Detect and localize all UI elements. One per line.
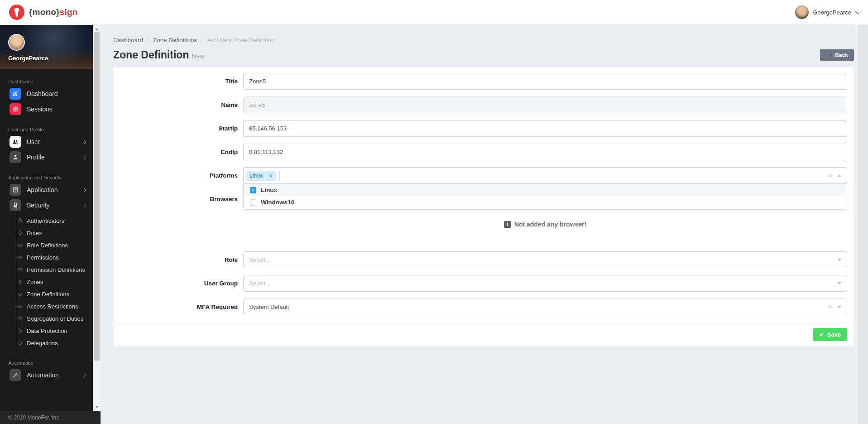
role-label: Role [113,251,243,268]
sidebar: GeorgePearce Dashboard Dashboard Session… [0,25,101,411]
breadcrumb-zone-definitions[interactable]: Zone Definitions [153,37,197,43]
security-lock-icon [10,199,21,211]
scroll-up-arrow-icon[interactable] [93,26,101,32]
topbar: {mono}sign GeorgePearce [0,0,868,25]
chevron-right-icon [82,188,86,192]
platform-tag-label: Linux [246,171,266,181]
breadcrumb-separator-icon [147,37,149,43]
platform-tag-linux: Linux [246,171,276,181]
startip-label: StartIp [113,120,243,137]
mfa-select[interactable]: System Default [243,299,847,315]
user-group-select[interactable]: Select... [243,275,847,292]
form-row-role: Role Select... [113,251,854,268]
caret-down-icon [838,259,841,261]
sidebar-item-label: Automation [27,371,82,379]
card-footer: Save [113,323,854,347]
check-icon [820,331,824,338]
mfa-label: MFA Required [113,299,243,315]
endip-input[interactable] [243,144,847,160]
sidebar-item-security[interactable]: Security [0,198,93,213]
sidebar-item-role-definitions[interactable]: Role Definitions [15,239,93,251]
platforms-option-linux[interactable]: Linux [244,184,847,196]
automation-wand-icon [10,369,21,381]
sidebar-item-profile[interactable]: Profile [0,149,93,165]
page-subtitle: New [192,53,204,60]
endip-label: EndIp [113,144,243,160]
sessions-icon [10,103,21,115]
title-input[interactable] [243,73,847,90]
platforms-option-windows10[interactable]: Windows10 [244,196,847,208]
no-browser-message: Not added any browser! [504,221,586,228]
breadcrumb-separator-icon [201,37,203,43]
save-button[interactable]: Save [813,328,847,341]
back-button-label: Back [835,52,848,58]
page-title-text: Zone Definition [113,49,189,61]
sidebar-item-zones[interactable]: Zones [15,276,93,288]
back-button[interactable]: Back [820,49,854,61]
sidebar-item-sessions[interactable]: Sessions [0,101,93,117]
application-icon [10,184,21,196]
user-menu[interactable]: GeorgePearce [795,5,859,19]
sidebar-profile: GeorgePearce [0,25,93,69]
no-browser-message-text: Not added any browser! [514,221,586,228]
form-row-endip: EndIp [113,144,854,160]
chevron-right-icon [82,203,86,207]
caret-up-icon [838,174,841,177]
platforms-label: Platforms [113,167,243,184]
sidebar-item-roles[interactable]: Roles [15,227,93,239]
breadcrumb: Dashboard Zone Definitions Add New Zone … [113,37,855,43]
sidebar-item-dashboard[interactable]: Dashboard [0,86,93,101]
sidebar-scrollbar[interactable] [93,25,101,411]
form-row-user-group: User Group Select... [113,275,854,292]
scroll-down-arrow-icon[interactable] [93,404,101,410]
platforms-multiselect[interactable]: Linux [243,167,847,184]
sidebar-footer: © 2019 MonoFor, Inc. [0,411,101,424]
sidebar-item-label: Profile [27,154,82,161]
breadcrumb-dashboard[interactable]: Dashboard [113,37,143,43]
brand-logo[interactable]: {mono}sign [9,5,78,20]
caret-down-icon [838,282,841,284]
sidebar-item-zone-definitions[interactable]: Zone Definitions [15,288,93,300]
brand-text: {mono}sign [29,7,78,17]
sidebar-item-automation[interactable]: Automation [0,367,93,383]
checkbox-unchecked-icon[interactable] [250,199,256,206]
startip-input[interactable] [243,120,847,137]
sidebar-item-label: Sessions [27,106,86,113]
copyright-text: © 2019 MonoFor, Inc. [8,414,61,421]
user-group-placeholder: Select... [249,280,270,287]
sidebar-scrollbar-thumb[interactable] [94,32,100,361]
title-row: Zone DefinitionNew Back [113,49,855,61]
text-cursor [279,172,279,180]
chevron-right-icon [82,155,86,159]
clear-icon[interactable] [828,172,832,179]
sidebar-item-access-restrictions[interactable]: Access Restrictions [15,300,93,313]
brand-sign: sign [60,7,78,17]
sidebar-item-delegations[interactable]: Delegations [15,337,93,349]
page-scrollbar[interactable] [857,25,868,424]
mfa-value: System Default [249,304,289,310]
section-user-profile: User and Profile [8,127,93,132]
role-select[interactable]: Select... [243,251,847,268]
form-row-platforms: Platforms Linux Linux [113,167,854,184]
sidebar-item-segregation-of-duties[interactable]: Segregation of Duties [15,313,93,325]
save-button-label: Save [827,331,841,338]
sidebar-item-label: Dashboard [27,90,86,97]
sidebar-item-permissions[interactable]: Permissions [15,251,93,264]
role-placeholder: Select... [249,256,270,263]
profile-avatar [8,34,25,51]
sidebar-item-user[interactable]: User [0,134,93,149]
sidebar-item-label: Application [27,186,82,193]
brand-mono: {mono} [29,7,60,17]
sidebar-item-data-protection[interactable]: Data Protection [15,325,93,337]
section-dashboard: Dashboard [8,79,93,84]
form-row-title: Title [113,73,854,90]
caret-down-icon [838,306,841,308]
form-row-mfa: MFA Required System Default [113,299,854,315]
clear-icon[interactable] [828,304,832,311]
sidebar-item-authenticators[interactable]: Authenticators [15,215,93,227]
tag-remove-icon[interactable] [266,171,276,181]
checkbox-checked-icon[interactable] [250,187,256,193]
sidebar-item-permission-definitions[interactable]: Permission Definitions [15,264,93,276]
chevron-right-icon [82,373,86,377]
sidebar-item-application[interactable]: Application [0,182,93,198]
